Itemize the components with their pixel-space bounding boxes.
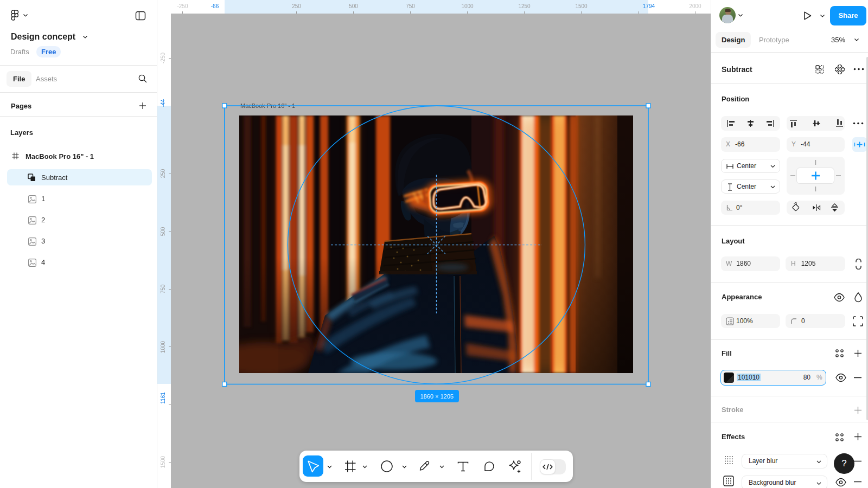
svg-text:500: 500 (160, 227, 166, 236)
svg-text:-250: -250 (160, 53, 166, 63)
svg-text:1860 × 1205: 1860 × 1205 (420, 393, 454, 400)
svg-text:1500: 1500 (160, 455, 166, 468)
svg-text:-250: -250 (177, 3, 188, 9)
svg-text:1000: 1000 (461, 3, 474, 9)
svg-text:1500: 1500 (575, 3, 588, 9)
svg-text:1000: 1000 (160, 341, 166, 353)
svg-text:1250: 1250 (518, 3, 531, 9)
svg-text:2000: 2000 (689, 3, 701, 9)
svg-text:1161: 1161 (160, 392, 166, 404)
svg-text:-44: -44 (160, 99, 166, 107)
svg-text:1794: 1794 (643, 3, 655, 9)
svg-text:250: 250 (160, 169, 166, 178)
svg-text:750: 750 (160, 284, 166, 293)
svg-text:750: 750 (406, 3, 415, 9)
svg-text:250: 250 (292, 3, 301, 9)
svg-text:-66: -66 (211, 3, 219, 9)
svg-text:500: 500 (349, 3, 358, 9)
